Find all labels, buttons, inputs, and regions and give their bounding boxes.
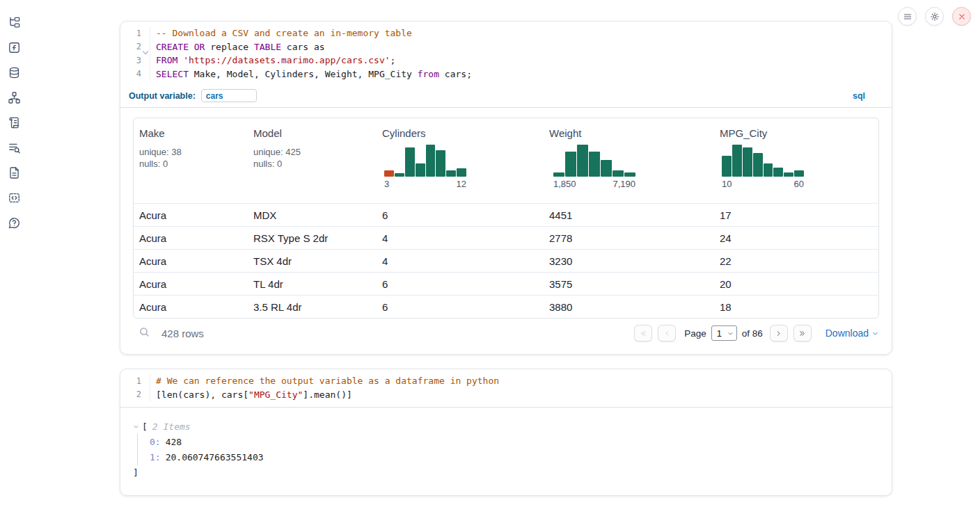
- line-number: 2: [120, 389, 141, 399]
- code-line: 2[len(cars), cars["MPG_City"].mean()]: [120, 388, 892, 402]
- histogram-bar: [446, 170, 456, 177]
- column-header-cylinders[interactable]: Cylinders 3 12: [377, 118, 544, 203]
- histogram-bar: [577, 145, 588, 177]
- output-variable-label: Output variable:: [129, 91, 196, 101]
- tree-open-bracket: [: [142, 421, 148, 432]
- histogram-bar: [732, 145, 742, 177]
- chevron-left-icon: [663, 330, 671, 337]
- logs-icon[interactable]: [8, 141, 21, 154]
- line-number: 4: [120, 69, 141, 79]
- table-cell: 4451: [544, 209, 714, 221]
- table-cell: Acura: [134, 278, 248, 290]
- last-page-button[interactable]: [793, 325, 812, 341]
- left-sidebar: [0, 0, 29, 507]
- table-cell: MDX: [248, 209, 377, 221]
- column-header-make[interactable]: Make unique: 38 nulls: 0: [134, 118, 248, 203]
- chevrons-left-icon: [640, 330, 647, 337]
- notebook-actions: [898, 7, 971, 26]
- line-number: 1: [120, 29, 141, 38]
- snippets-icon[interactable]: [8, 191, 21, 204]
- output-variable-input[interactable]: [201, 89, 257, 102]
- histogram-bar: [753, 153, 763, 177]
- download-button[interactable]: Download: [825, 328, 879, 339]
- table-cell: 6: [377, 278, 544, 290]
- gear-icon: [930, 12, 940, 22]
- hist-max-label: 7,190: [612, 179, 635, 189]
- variables-icon[interactable]: [8, 41, 21, 54]
- histogram-bar: [794, 170, 804, 177]
- code-line: 1# We can reference the output variable …: [120, 374, 892, 388]
- histogram-bar: [395, 173, 404, 177]
- dependency-graph-icon[interactable]: [8, 91, 21, 104]
- histogram-bar: [743, 147, 752, 177]
- table-cell: 3.5 RL 4dr: [248, 301, 377, 313]
- table-cell: 22: [714, 255, 878, 267]
- row-count: 428 rows: [161, 328, 204, 339]
- table-row: AcuraMDX6445117: [134, 203, 878, 226]
- weight-histogram: [553, 143, 635, 177]
- code-text: -- Download a CSV and create an in-memor…: [150, 26, 412, 40]
- outline-icon[interactable]: [8, 116, 21, 129]
- hamburger-menu-button[interactable]: [898, 7, 917, 26]
- next-page-button[interactable]: [770, 325, 788, 341]
- first-page-button[interactable]: [634, 325, 652, 341]
- table-cell: 3880: [544, 301, 714, 313]
- histogram-bar: [384, 170, 394, 177]
- histogram-bar: [426, 145, 436, 177]
- tree-item-key: 0:: [150, 437, 161, 447]
- datasources-icon[interactable]: [8, 66, 21, 79]
- hist-max-label: 12: [457, 179, 466, 189]
- page-select[interactable]: 1: [711, 325, 737, 341]
- code-line: 1-- Download a CSV and create an in-memo…: [120, 26, 892, 40]
- python-cell: 1# We can reference the output variable …: [120, 369, 892, 496]
- unique-stat: unique: 425: [253, 146, 377, 158]
- table-footer: 428 rows Page 1 of 86: [133, 319, 879, 348]
- hist-min-label: 10: [722, 179, 732, 189]
- table-cell: Acura: [134, 301, 248, 313]
- mpg-city-histogram: [722, 143, 804, 177]
- previous-page-button[interactable]: [658, 325, 676, 341]
- page-select-value: 1: [717, 328, 722, 339]
- histogram-bar: [416, 163, 425, 177]
- nulls-stat: nulls: 0: [139, 158, 248, 170]
- documentation-icon[interactable]: [8, 166, 21, 179]
- table-cell: 2778: [544, 232, 714, 244]
- chevron-down-icon: [727, 330, 734, 337]
- page-total-label: of 86: [742, 328, 763, 339]
- code-text: [len(cars), cars["MPG_City"].mean()]: [150, 388, 352, 402]
- code-text: CREATE OR replace TABLE cars as: [150, 40, 325, 54]
- tree-item-value: 428: [166, 437, 182, 447]
- table-cell: Acura: [134, 232, 248, 244]
- nulls-stat: nulls: 0: [253, 158, 377, 170]
- chevron-right-icon: [775, 330, 782, 337]
- code-line: 3FROM 'https://datasets.marimo.app/cars.…: [120, 54, 892, 67]
- sql-editor-footer: Output variable: sql: [120, 84, 892, 108]
- chevron-down-icon: [871, 330, 879, 337]
- table-row: AcuraRSX Type S 2dr4277824: [134, 226, 878, 249]
- table-row: AcuraTSX 4dr4323022: [134, 249, 878, 272]
- language-badge: sql: [853, 91, 865, 101]
- code-line: 4SELECT Make, Model, Cylinders, Weight, …: [120, 67, 892, 81]
- tree-items-count: 2 Items: [152, 421, 191, 432]
- tree-item: 1: 20.060747663551403: [150, 450, 879, 466]
- column-header-model[interactable]: Model unique: 425 nulls: 0: [248, 118, 377, 203]
- line-number: 2: [120, 42, 141, 51]
- table-cell: 24: [714, 232, 878, 244]
- help-icon[interactable]: [8, 216, 21, 230]
- search-icon[interactable]: [139, 326, 150, 341]
- column-header-mpg-city[interactable]: MPG_City 10 60: [714, 118, 878, 203]
- settings-button[interactable]: [925, 7, 944, 26]
- table-cell: Acura: [134, 209, 248, 221]
- sql-code-editor[interactable]: 1-- Download a CSV and create an in-memo…: [120, 22, 892, 81]
- column-header-weight[interactable]: Weight 1,850 7,190: [544, 118, 714, 203]
- histogram-bar: [565, 152, 576, 177]
- file-explorer-icon[interactable]: [8, 16, 21, 29]
- python-code-editor[interactable]: 1# We can reference the output variable …: [120, 369, 892, 408]
- line-number: 3: [120, 56, 141, 65]
- shutdown-button[interactable]: [952, 7, 971, 26]
- histogram-bar: [624, 172, 635, 177]
- tree-item-value: 20.060747663551403: [166, 452, 264, 462]
- tree-item-key: 1:: [150, 452, 161, 462]
- table-cell: 18: [714, 301, 878, 313]
- tree-collapse-icon[interactable]: [133, 424, 142, 430]
